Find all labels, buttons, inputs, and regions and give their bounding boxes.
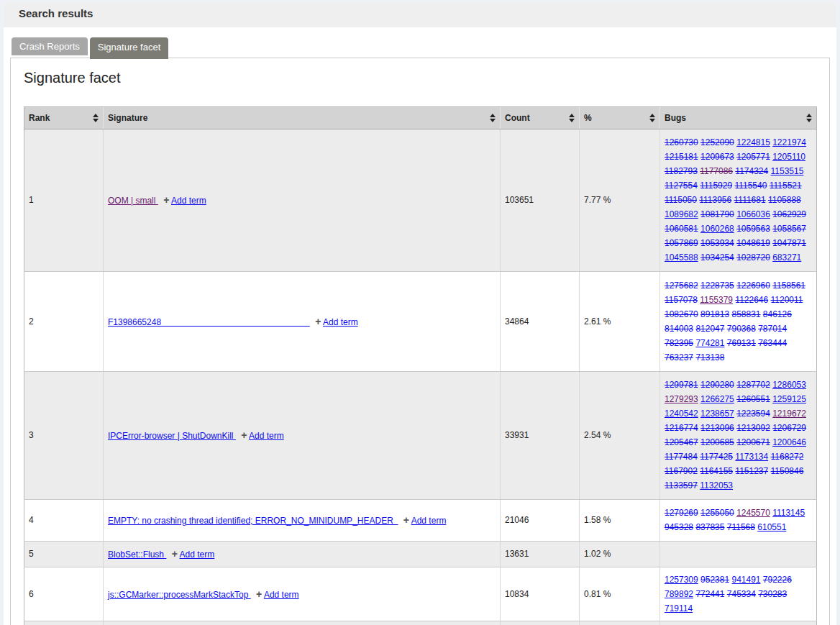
- bug-link[interactable]: 1224815: [736, 137, 770, 147]
- bug-link[interactable]: 1082670: [665, 309, 698, 319]
- bug-link[interactable]: 941491: [731, 575, 760, 585]
- sort-icon[interactable]: [649, 114, 655, 122]
- column-header-count[interactable]: Count: [501, 106, 580, 129]
- bug-link[interactable]: 1060581: [665, 224, 698, 234]
- bug-link[interactable]: 1122646: [735, 295, 768, 305]
- column-header-rank[interactable]: Rank: [24, 106, 104, 129]
- bug-link[interactable]: 1060268: [700, 224, 734, 234]
- bug-link[interactable]: 683271: [772, 252, 801, 263]
- add-term-link[interactable]: + Add term: [163, 196, 206, 206]
- bug-link[interactable]: 1057869: [665, 238, 698, 248]
- bug-link[interactable]: 1226960: [736, 280, 770, 291]
- bug-link[interactable]: 1223594: [736, 409, 770, 419]
- bug-link[interactable]: 1115050: [665, 195, 697, 205]
- bug-link[interactable]: 1089682: [665, 209, 698, 219]
- bug-link[interactable]: 1028720: [736, 252, 770, 263]
- bug-link[interactable]: 945328: [665, 522, 693, 532]
- bug-link[interactable]: 1205467: [665, 437, 698, 447]
- bug-link[interactable]: 610551: [757, 522, 786, 532]
- bug-link[interactable]: 1221974: [772, 137, 806, 147]
- signature-link[interactable]: OOM | small: [108, 196, 158, 206]
- bug-link[interactable]: 1245570: [736, 508, 770, 518]
- bug-link[interactable]: 745334: [727, 589, 756, 599]
- bug-link[interactable]: 782395: [665, 338, 693, 348]
- signature-link[interactable]: F1398665248: [108, 317, 310, 327]
- bug-link[interactable]: 1115521: [770, 181, 802, 191]
- bug-link[interactable]: 1266275: [700, 394, 734, 404]
- bug-link[interactable]: 1287702: [736, 380, 770, 390]
- column-header-signature[interactable]: Signature: [104, 106, 501, 129]
- bug-link[interactable]: 891813: [700, 309, 729, 319]
- bug-link[interactable]: 1127554: [665, 181, 698, 191]
- bug-link[interactable]: 1252090: [700, 137, 734, 147]
- sort-icon[interactable]: [806, 114, 812, 122]
- bug-link[interactable]: 1215181: [665, 152, 698, 162]
- bug-link[interactable]: 1153515: [771, 166, 804, 176]
- bug-link[interactable]: 1062929: [772, 209, 806, 219]
- bug-link[interactable]: 763237: [665, 352, 693, 362]
- bug-link[interactable]: 1260730: [665, 137, 698, 147]
- bug-link[interactable]: 1105888: [768, 195, 801, 205]
- bug-link[interactable]: 1240542: [665, 409, 698, 419]
- bug-link[interactable]: 1164155: [700, 466, 733, 476]
- bug-link[interactable]: 952381: [700, 575, 729, 585]
- bug-link[interactable]: 1173134: [735, 452, 768, 462]
- bug-link[interactable]: 1177484: [665, 452, 698, 462]
- bug-link[interactable]: 1259125: [772, 394, 806, 404]
- column-header-bugs[interactable]: Bugs: [660, 106, 817, 129]
- bug-link[interactable]: 1279269: [665, 508, 698, 518]
- bug-link[interactable]: 1150846: [771, 466, 804, 476]
- bug-link[interactable]: 1158561: [772, 280, 805, 291]
- bug-link[interactable]: 1059563: [736, 224, 770, 234]
- bug-link[interactable]: 1275682: [665, 280, 698, 291]
- bug-link[interactable]: 1209673: [700, 152, 734, 162]
- bug-link[interactable]: 1151237: [735, 466, 768, 476]
- bug-link[interactable]: 1182793: [665, 166, 698, 176]
- bug-link[interactable]: 1216774: [665, 423, 698, 433]
- bug-link[interactable]: 1115540: [734, 181, 767, 191]
- signature-link[interactable]: BlobSet::Flush: [108, 549, 166, 560]
- bug-link[interactable]: 1213096: [700, 423, 734, 433]
- bug-link[interactable]: 1260551: [736, 394, 770, 404]
- bug-link[interactable]: 846126: [763, 309, 792, 319]
- sort-icon[interactable]: [490, 114, 496, 122]
- bug-link[interactable]: 1115929: [700, 181, 732, 191]
- bug-link[interactable]: 1219672: [772, 409, 806, 419]
- bug-link[interactable]: 1120011: [771, 295, 803, 305]
- bug-link[interactable]: 1299781: [665, 380, 698, 390]
- column-header-percent[interactable]: %: [580, 106, 660, 129]
- bug-link[interactable]: 1286053: [772, 380, 806, 390]
- bug-link[interactable]: 814003: [665, 324, 693, 334]
- bug-link[interactable]: 1168272: [771, 452, 804, 462]
- add-term-link[interactable]: + Add term: [403, 516, 447, 526]
- bug-link[interactable]: 1257309: [665, 575, 698, 585]
- bug-link[interactable]: 1177086: [700, 166, 733, 176]
- bug-link[interactable]: 1167902: [665, 466, 698, 476]
- bug-link[interactable]: 713138: [695, 352, 724, 362]
- bug-link[interactable]: 858831: [731, 309, 760, 319]
- bug-link[interactable]: 1157078: [665, 295, 698, 305]
- bug-link[interactable]: 1034254: [700, 252, 734, 263]
- bug-link[interactable]: 1113956: [699, 195, 731, 205]
- tab-signature-facet[interactable]: Signature facet: [90, 37, 168, 59]
- signature-link[interactable]: js::GCMarker::processMarkStackTop: [108, 590, 251, 600]
- bug-link[interactable]: 1132053: [700, 480, 733, 491]
- bug-link[interactable]: 1205771: [736, 152, 770, 162]
- bug-link[interactable]: 787014: [758, 324, 787, 334]
- bug-link[interactable]: 812047: [695, 324, 724, 334]
- bug-link[interactable]: 730283: [758, 589, 787, 599]
- bug-link[interactable]: 789892: [665, 589, 693, 599]
- tab-crash-reports[interactable]: Crash Reports: [12, 37, 88, 55]
- bug-link[interactable]: 1155379: [700, 295, 733, 305]
- bug-link[interactable]: 1081790: [700, 209, 734, 219]
- bug-link[interactable]: 1111681: [734, 195, 766, 205]
- bug-link[interactable]: 1047871: [772, 238, 806, 248]
- bug-link[interactable]: 1045588: [665, 252, 698, 263]
- bug-link[interactable]: 1228735: [700, 280, 734, 291]
- bug-link[interactable]: 1174324: [735, 166, 768, 176]
- bug-link[interactable]: 1053934: [700, 238, 734, 248]
- bug-link[interactable]: 1113145: [772, 508, 805, 518]
- add-term-link[interactable]: + Add term: [172, 549, 215, 560]
- sort-icon[interactable]: [93, 114, 99, 122]
- bug-link[interactable]: 837835: [695, 522, 724, 532]
